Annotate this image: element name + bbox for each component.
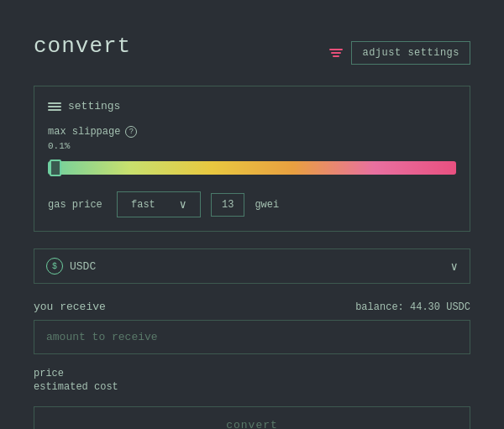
gas-unit-label: gwei bbox=[255, 199, 279, 211]
settings-icon bbox=[48, 102, 61, 111]
filter-icon[interactable] bbox=[329, 49, 343, 57]
chevron-down-icon: ∨ bbox=[180, 197, 186, 212]
price-section: price estimated cost bbox=[34, 368, 470, 393]
token-left: $ USDC bbox=[46, 258, 96, 275]
convert-button[interactable]: convert bbox=[34, 406, 470, 429]
settings-title: settings bbox=[48, 100, 456, 112]
gas-price-dropdown[interactable]: fast ∨ bbox=[117, 191, 201, 217]
slippage-section: max slippage ? 0.1% bbox=[48, 126, 456, 178]
gas-price-label: gas price bbox=[48, 199, 107, 211]
estimated-cost-label: estimated cost bbox=[34, 381, 470, 393]
slippage-help-icon[interactable]: ? bbox=[125, 126, 137, 138]
receive-label: you receive bbox=[34, 301, 106, 313]
gas-price-value: 13 bbox=[211, 193, 244, 217]
slippage-slider[interactable] bbox=[48, 158, 456, 178]
slippage-value: 0.1% bbox=[48, 141, 456, 151]
slider-track bbox=[48, 161, 456, 175]
token-icon: $ bbox=[46, 258, 63, 275]
settings-panel: settings max slippage ? 0.1% gas price f… bbox=[34, 86, 470, 232]
token-chevron-down-icon: ∨ bbox=[451, 259, 458, 274]
gas-price-option: fast bbox=[131, 199, 155, 211]
adjust-settings-button[interactable]: adjust settings bbox=[351, 41, 470, 65]
page-title: convert bbox=[34, 34, 131, 59]
slippage-label: max slippage ? bbox=[48, 126, 456, 138]
price-label: price bbox=[34, 368, 470, 379]
app-container: convert adjust settings settings max sli… bbox=[17, 17, 487, 429]
gas-price-row: gas price fast ∨ 13 gwei bbox=[48, 191, 456, 217]
amount-input[interactable] bbox=[34, 320, 470, 354]
settings-label: settings bbox=[68, 100, 120, 112]
header-row: convert adjust settings bbox=[34, 34, 470, 72]
receive-header: you receive balance: 44.30 USDC bbox=[34, 301, 470, 313]
balance-text: balance: 44.30 USDC bbox=[355, 301, 470, 313]
token-selector[interactable]: $ USDC ∨ bbox=[34, 249, 470, 284]
token-name: USDC bbox=[70, 260, 96, 273]
you-receive-section: you receive balance: 44.30 USDC bbox=[34, 301, 470, 354]
slider-thumb[interactable] bbox=[50, 160, 61, 176]
